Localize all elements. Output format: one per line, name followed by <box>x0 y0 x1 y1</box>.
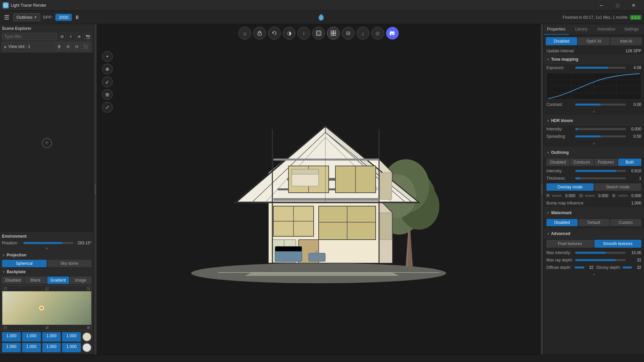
list-icon-btn[interactable]: ≡ <box>67 33 74 40</box>
menu-button[interactable]: ☰ <box>3 12 11 22</box>
gradient-corner-tl[interactable]: ◰ <box>4 286 7 291</box>
color-g1[interactable]: 1.000 <box>22 332 41 342</box>
diffuse-depth-slider[interactable] <box>575 266 584 268</box>
sketch-mode-button[interactable]: Sketch mode <box>594 183 642 191</box>
pixel-textures-button[interactable]: Pixel textures <box>546 240 594 248</box>
close-button[interactable]: ✕ <box>626 0 641 11</box>
r-slider[interactable] <box>552 195 562 197</box>
color-swatch-2[interactable] <box>82 343 92 352</box>
fullscreen-tool-button[interactable]: ⤢ <box>102 102 113 113</box>
outline-thickness-slider[interactable] <box>575 177 626 179</box>
gradient-flip-btn[interactable]: ⇄ <box>46 325 49 330</box>
discord-button[interactable] <box>386 27 399 40</box>
tab-settings[interactable]: Settings <box>619 24 644 35</box>
maximize-button[interactable]: □ <box>610 0 625 11</box>
search-input[interactable] <box>2 33 57 40</box>
upload-button[interactable]: ↑ <box>298 27 310 40</box>
backplate-disabled-button[interactable]: Disabled <box>2 277 24 284</box>
minimize-button[interactable]: ─ <box>594 0 609 11</box>
backplate-image-button[interactable]: Image <box>70 277 92 284</box>
hdr-bloom-header[interactable]: ▼ HDR bloom <box>544 116 644 125</box>
max-ray-depth-slider[interactable] <box>575 259 626 261</box>
exposure-slider[interactable] <box>575 67 626 69</box>
expand-slot-btn[interactable]: ⊟ <box>73 43 80 50</box>
tab-properties[interactable]: Properties <box>544 24 569 35</box>
color-a2[interactable]: 1.000 <box>62 343 81 352</box>
tone-mapping-header[interactable]: ▼ Tone mapping <box>544 55 644 64</box>
view-slot[interactable]: ▶ View slot - 1 🗑 ⊞ ⊟ ⬛ <box>2 42 92 52</box>
view-mode-dropdown[interactable]: Outlines ▼ <box>13 13 40 21</box>
diamond-button[interactable]: ◇ <box>371 27 384 40</box>
watermark-custom-button[interactable]: Custom <box>610 219 641 226</box>
outlining-header[interactable]: ▼ Outlining <box>544 148 644 157</box>
backplate-gradient-button[interactable]: Gradient <box>47 277 69 284</box>
advanced-header[interactable]: ▼ Advanced <box>544 229 644 238</box>
watermark-disabled-button[interactable]: Disabled <box>546 219 578 226</box>
outline-features-button[interactable]: Features <box>594 159 618 166</box>
watermark-header[interactable]: ▼ Watermark <box>544 208 644 218</box>
grid-view-button[interactable] <box>327 27 340 40</box>
delete-slot-btn[interactable]: 🗑 <box>56 43 63 50</box>
left-panel-handle[interactable] <box>94 24 97 355</box>
tab-animation[interactable]: Animation <box>594 24 619 35</box>
group-icon-btn[interactable]: ⊞ <box>58 33 66 40</box>
download-button[interactable]: ↓ <box>357 27 369 40</box>
undo-button[interactable] <box>268 27 281 40</box>
outline-both-button[interactable]: Both <box>618 159 641 166</box>
lock-view-button[interactable] <box>253 27 266 40</box>
projection-skydome-button[interactable]: Sky dome <box>47 260 92 267</box>
copy-tool-button[interactable]: ⊞ <box>102 89 113 100</box>
viewport[interactable]: ⌂ ◑ ↑ ⊟ ↓ ◇ + ⊕ ↙ <box>97 24 541 355</box>
add-tool-button[interactable]: + <box>102 51 113 62</box>
smooth-textures-button[interactable]: Smooth textures <box>594 240 642 248</box>
overlay-mode-button[interactable]: Overlay mode <box>546 183 594 191</box>
color-g2[interactable]: 1.000 <box>22 343 41 352</box>
denoiser-optix-button[interactable]: OptiX AI <box>578 37 609 45</box>
denoiser-intel-button[interactable]: Intel AI <box>610 37 642 45</box>
g-slider[interactable] <box>585 195 595 197</box>
gradient-expand-btn[interactable]: ⊞ <box>87 325 90 330</box>
grid-icon <box>331 31 336 36</box>
contrast-slider[interactable] <box>575 104 626 106</box>
gradient-node[interactable] <box>39 306 44 310</box>
color-b1[interactable]: 1.000 <box>42 332 61 342</box>
glossy-depth-slider[interactable] <box>623 266 632 268</box>
projection-spherical-button[interactable]: Spherical <box>2 260 47 267</box>
camera-icon-btn[interactable]: 📷 <box>84 33 92 40</box>
tab-library[interactable]: Library <box>569 24 594 35</box>
split-slot-btn[interactable]: ⊞ <box>64 43 72 50</box>
color-r1[interactable]: 1.000 <box>2 332 21 342</box>
gradient-reset-btn[interactable]: ◰ <box>4 325 7 330</box>
move-tool-button[interactable]: ⊕ <box>102 64 113 74</box>
half-view-button[interactable]: ◑ <box>283 27 296 40</box>
right-panel-handle[interactable] <box>541 24 543 355</box>
rotation-slider[interactable] <box>23 242 73 244</box>
outline-intensity-slider[interactable] <box>575 170 626 172</box>
backplate-blank-button[interactable]: Blank <box>24 277 46 284</box>
color-r2[interactable]: 1.000 <box>2 343 21 352</box>
bloom-spreading-slider[interactable] <box>575 135 626 137</box>
filter-icon-btn[interactable]: ⊗ <box>76 33 83 40</box>
add-object-button[interactable]: + <box>42 138 52 148</box>
split-view-button[interactable]: ⊟ <box>342 27 355 40</box>
record-slot-btn[interactable]: ⬛ <box>82 43 89 50</box>
render-image-button[interactable] <box>312 27 325 40</box>
color-b2[interactable]: 1.000 <box>42 343 61 352</box>
watermark-default-button[interactable]: Default <box>578 219 609 226</box>
color-swatch-1[interactable] <box>82 332 92 342</box>
gradient-corner-tr[interactable]: ◱ <box>45 286 49 291</box>
gradient-canvas[interactable] <box>2 291 91 325</box>
backplate-header[interactable]: ▼ Backplate <box>2 268 92 275</box>
home-view-button[interactable]: ⌂ <box>238 27 251 40</box>
outline-disabled-button[interactable]: Disabled <box>546 159 570 166</box>
denoiser-disabled-button[interactable]: Disabled <box>546 37 577 45</box>
b-slider[interactable] <box>619 195 628 197</box>
bloom-intensity-slider[interactable] <box>575 128 626 130</box>
gradient-corner-br[interactable]: ◲ <box>87 286 90 291</box>
color-a1[interactable]: 1.000 <box>62 332 81 342</box>
rotate-tool-button[interactable]: ↙ <box>102 76 113 87</box>
max-intensity-slider[interactable] <box>575 252 626 254</box>
outline-contours-button[interactable]: Contours <box>570 159 593 166</box>
projection-header[interactable]: ▼ Projection <box>2 252 92 258</box>
pause-button[interactable]: ⏸ <box>74 14 80 20</box>
